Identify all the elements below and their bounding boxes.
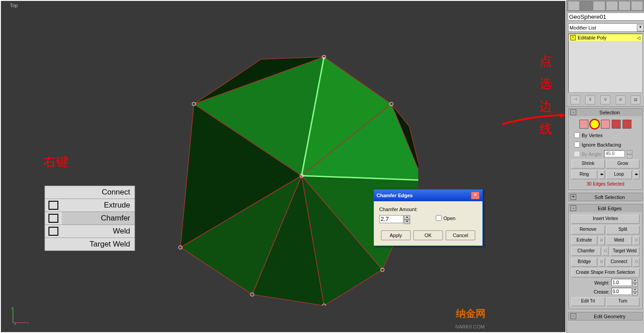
tab-utilities[interactable] — [631, 1, 643, 11]
chevron-down-icon: ▼ — [637, 24, 644, 31]
stack-item-editable-poly[interactable]: ▪ Editable Poly ◁ — [569, 34, 642, 41]
by-angle-checkbox — [574, 151, 580, 157]
cancel-button[interactable]: Cancel — [446, 230, 475, 240]
viewport[interactable]: Top 右键 点选边线 — [0, 0, 566, 333]
loop-button[interactable]: Loop — [606, 170, 632, 179]
configure-sets-button[interactable]: ▤ — [631, 95, 640, 104]
ok-button[interactable]: OK — [413, 230, 443, 240]
remove-button[interactable]: Remove — [571, 225, 605, 234]
quad-item-chamfer[interactable]: Chamfer — [45, 212, 135, 225]
soft-selection-rollout: +Soft Selection — [568, 193, 643, 201]
chamfer-amount-label: Chamfer Amount: — [379, 207, 477, 212]
spinner-down[interactable]: ▼ — [404, 220, 410, 224]
chamfer-settings[interactable]: □ — [602, 247, 609, 256]
quad-item-extrude[interactable]: Extrude — [45, 199, 135, 212]
logo-watermark: 纳金网 — [456, 307, 486, 320]
dialog-title: Chamfer Edges — [377, 193, 413, 198]
subobj-polygon[interactable] — [612, 120, 621, 129]
edit-edges-rollout: -Edit Edges Insert Vertex Remove Split E… — [568, 204, 643, 309]
spinner-up[interactable]: ▲ — [404, 215, 410, 220]
annotation-select-edge: 点选边线 — [539, 50, 552, 141]
chamfer-dialog: Chamfer Edges × Chamfer Amount: ▲▼ Open … — [373, 189, 483, 246]
ignore-backfacing-checkbox[interactable] — [574, 142, 580, 147]
subobj-border[interactable] — [601, 120, 610, 129]
selection-rollout: -Selection By Vertex Ignore Backfacing B… — [568, 108, 643, 190]
bridge-button[interactable]: Bridge — [571, 258, 597, 267]
extrude-button[interactable]: Extrude — [571, 236, 597, 245]
target-weld-button[interactable]: Target Weld — [610, 247, 640, 256]
close-icon[interactable]: × — [471, 191, 480, 199]
ring-spinner[interactable]: ◂▸ — [599, 170, 605, 179]
axis-gizmo: x y z — [11, 307, 29, 325]
expand-icon[interactable]: ▪ — [570, 35, 576, 40]
annotation-arrow — [500, 113, 567, 126]
viewport-label: Top — [10, 3, 18, 8]
modifier-stack[interactable]: ▪ Editable Poly ◁ — [568, 34, 643, 93]
object-name-input[interactable] — [568, 13, 644, 21]
loop-spinner[interactable]: ◂▸ — [633, 170, 640, 179]
create-shape-button[interactable]: Create Shape From Selection — [571, 268, 640, 277]
quad-item-target-weld[interactable]: Target Weld — [45, 238, 135, 251]
svg-marker-21 — [560, 113, 565, 118]
angle-input — [604, 150, 625, 157]
svg-text:z: z — [14, 322, 16, 325]
tab-create[interactable] — [568, 1, 580, 11]
quad-item-connect[interactable]: Connect — [45, 186, 135, 199]
tab-hierarchy[interactable] — [593, 1, 605, 11]
subobj-vertex[interactable] — [579, 120, 588, 129]
tab-display[interactable] — [618, 1, 631, 11]
weld-button[interactable]: Weld — [606, 236, 632, 245]
svg-text:y: y — [12, 307, 13, 310]
shrink-button[interactable]: Shrink — [571, 160, 605, 169]
connect-button[interactable]: Connect — [606, 258, 632, 267]
command-panel: Modifier List ▼ ▪ Editable Poly ◁ ⊣ Ⅱ ∀ … — [566, 0, 644, 333]
ring-button[interactable]: Ring — [571, 170, 597, 179]
modifier-list-dropdown[interactable]: Modifier List ▼ — [568, 23, 644, 32]
panel-tabs — [567, 0, 644, 12]
turn-button[interactable]: Turn — [606, 297, 640, 306]
weight-input[interactable] — [611, 279, 632, 286]
bridge-settings[interactable]: □ — [599, 258, 605, 267]
insert-vertex-button[interactable]: Insert Vertex — [571, 215, 640, 224]
selection-info: 30 Edges Selected — [570, 180, 640, 188]
chamfer-amount-input[interactable] — [379, 215, 403, 223]
tab-modify[interactable] — [580, 1, 592, 11]
edit-tri-button[interactable]: Edit Tri — [571, 297, 605, 306]
quad-menu: Connect Extrude Chamfer Weld Target Weld — [44, 186, 135, 251]
subobj-edge[interactable] — [590, 120, 599, 129]
remove-modifier-button[interactable]: ⊘ — [616, 95, 626, 104]
show-result-button[interactable]: Ⅱ — [585, 95, 595, 104]
quad-item-weld[interactable]: Weld — [45, 225, 135, 238]
tab-motion[interactable] — [606, 1, 618, 11]
edit-geometry-rollout: -Edit Geometry — [568, 312, 643, 320]
pin-stack-button[interactable]: ⊣ — [570, 95, 580, 104]
connect-settings[interactable]: □ — [633, 258, 640, 267]
chamfer-button[interactable]: Chamfer — [571, 247, 601, 256]
svg-text:x: x — [27, 321, 29, 325]
open-checkbox[interactable] — [436, 215, 442, 221]
split-button[interactable]: Split — [606, 225, 640, 234]
weld-settings[interactable]: □ — [633, 236, 640, 245]
grow-button[interactable]: Grow — [606, 160, 640, 169]
apply-button[interactable]: Apply — [381, 230, 411, 240]
annotation-right-click: 右键 — [44, 153, 69, 170]
subobj-element[interactable] — [622, 120, 631, 129]
url-watermark: NARKII.COM — [456, 324, 485, 329]
geosphere-mesh[interactable] — [167, 55, 418, 306]
crease-input[interactable] — [611, 288, 632, 295]
stack-icon: ◁ — [637, 35, 640, 40]
make-unique-button[interactable]: ∀ — [600, 95, 610, 104]
by-vertex-checkbox[interactable] — [574, 132, 580, 138]
extrude-settings[interactable]: □ — [599, 236, 605, 245]
